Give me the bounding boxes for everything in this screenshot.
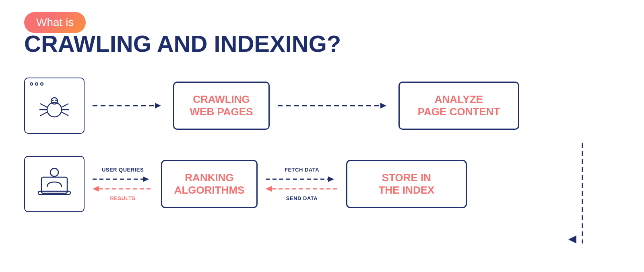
arrow1 bbox=[93, 102, 165, 110]
arrow2-svg bbox=[278, 102, 390, 110]
dot3 bbox=[40, 82, 43, 86]
browser-dots bbox=[30, 82, 43, 86]
svg-line-5 bbox=[62, 104, 68, 107]
svg-point-9 bbox=[55, 100, 57, 101]
results-arrow-svg bbox=[93, 185, 153, 193]
crawling-label: CRAWLING WEB PAGES bbox=[190, 93, 253, 118]
what-is-badge: What is bbox=[24, 12, 86, 33]
svg-point-0 bbox=[47, 102, 62, 117]
diagram: CRAWLING WEB PAGES ANALYZE PAGE CONTENT bbox=[24, 73, 620, 217]
ranking-box: RANKING ALGORITHMS bbox=[161, 160, 258, 208]
send-arrow bbox=[266, 185, 338, 193]
results-label: RESULTS bbox=[110, 195, 135, 201]
svg-point-8 bbox=[52, 100, 54, 101]
fetch-send-arrows: FETCH DATA SEND DATA bbox=[266, 167, 338, 201]
svg-marker-20 bbox=[143, 176, 149, 182]
store-box: STORE IN THE INDEX bbox=[346, 160, 467, 208]
arrow1-container bbox=[93, 102, 165, 110]
arrow2 bbox=[278, 102, 390, 110]
svg-marker-24 bbox=[328, 176, 334, 182]
crawling-box: CRAWLING WEB PAGES bbox=[173, 82, 270, 130]
row1: CRAWLING WEB PAGES ANALYZE PAGE CONTENT bbox=[24, 73, 620, 139]
ranking-label: RANKING ALGORITHMS bbox=[174, 172, 245, 196]
fetch-arrow bbox=[266, 175, 338, 183]
analyze-box: ANALYZE PAGE CONTENT bbox=[398, 82, 519, 130]
spider-icon bbox=[36, 90, 72, 126]
svg-line-4 bbox=[40, 112, 47, 116]
svg-marker-15 bbox=[568, 235, 576, 243]
svg-marker-11 bbox=[155, 103, 161, 108]
svg-point-18 bbox=[50, 168, 58, 176]
analyze-label: ANALYZE PAGE CONTENT bbox=[418, 93, 500, 118]
fetch-label: FETCH DATA bbox=[285, 167, 319, 173]
person-icon bbox=[34, 165, 74, 207]
browser-icon-box bbox=[24, 78, 85, 134]
dot1 bbox=[30, 82, 33, 86]
arrow1-svg bbox=[93, 102, 165, 110]
send-label: SEND DATA bbox=[286, 195, 318, 201]
person-icon-box bbox=[24, 156, 85, 212]
svg-marker-21 bbox=[93, 186, 99, 192]
main-title: CRAWLING AND INDEXING? bbox=[24, 31, 620, 57]
arrow2-container bbox=[278, 102, 390, 110]
svg-line-2 bbox=[40, 104, 47, 107]
send-arrow-svg bbox=[266, 185, 338, 193]
header: What is CRAWLING AND INDEXING? bbox=[24, 12, 620, 57]
queries-arrow bbox=[93, 175, 153, 183]
queries-arrow-svg bbox=[93, 175, 153, 183]
queries-label: USER QUERIES bbox=[102, 167, 144, 173]
main-container: What is CRAWLING AND INDEXING? bbox=[0, 0, 644, 272]
queries-results-arrows: USER QUERIES RESULTS bbox=[93, 167, 153, 201]
svg-marker-13 bbox=[380, 103, 386, 108]
store-label: STORE IN THE INDEX bbox=[379, 172, 435, 196]
svg-line-7 bbox=[62, 112, 68, 116]
results-arrow bbox=[93, 185, 153, 193]
svg-marker-25 bbox=[266, 186, 272, 192]
dot2 bbox=[35, 82, 38, 86]
fetch-arrow-svg bbox=[266, 175, 338, 183]
row2: USER QUERIES RESULTS bbox=[24, 151, 620, 217]
